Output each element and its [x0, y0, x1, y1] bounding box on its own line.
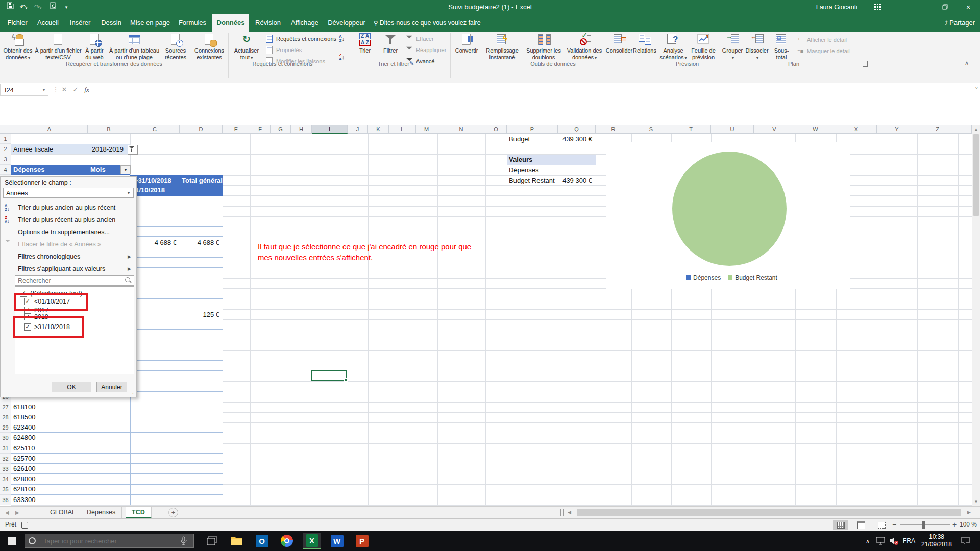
sheet-nav-left-icon[interactable]: ◀ [5, 507, 9, 518]
recent-sources-button[interactable]: Sources récentes [162, 33, 189, 61]
forecast-sheet-button[interactable]: Feuille de prévision [689, 33, 718, 61]
tab-affichage[interactable]: Affichage [287, 14, 323, 32]
remove-duplicates-button[interactable]: → Supprimer les doublons [524, 33, 564, 61]
cell-D18[interactable]: 125 € [180, 311, 219, 318]
row-header-28[interactable]: 28 [0, 412, 11, 422]
tray-chevron-icon[interactable]: ∧ [862, 531, 874, 551]
row-header-35[interactable]: 35 [0, 484, 11, 494]
data-validation-button[interactable]: ✓ Validation des données▾ [565, 33, 604, 61]
enter-entry-icon[interactable]: ✓ [70, 85, 81, 95]
name-box-dropdown-icon[interactable]: ▾ [43, 84, 45, 96]
fiscal-year-filter-button[interactable] [128, 145, 138, 155]
filter-button[interactable]: Filtrer [379, 33, 402, 54]
powerpoint-icon[interactable]: P [353, 533, 371, 549]
expand-formula-bar-icon[interactable]: ˅ [975, 86, 978, 91]
cell-A32[interactable]: 625700 [13, 455, 35, 462]
row-header-1[interactable]: 1 [0, 134, 11, 144]
sheet-tab-tcd[interactable]: TCD [126, 507, 152, 518]
outlook-icon[interactable]: O [253, 533, 271, 549]
tab-donnees[interactable]: Données [212, 14, 249, 32]
cell-B2[interactable]: 2018-2019 [66, 145, 124, 153]
zoom-level[interactable]: 100 % [960, 521, 977, 528]
column-header-D[interactable]: D [180, 125, 223, 134]
task-view-icon[interactable] [203, 533, 220, 549]
queries-connections-button[interactable]: Requêtes et connexions [265, 34, 336, 44]
cell-Q5[interactable]: 439 300 € [558, 177, 592, 184]
cell-P3[interactable]: Valeurs [509, 156, 532, 163]
cell-A35[interactable]: 628100 [13, 485, 35, 493]
row-header-30[interactable]: 30 [0, 433, 11, 443]
insert-function-icon[interactable]: fx [82, 85, 92, 95]
column-header-extra[interactable] [958, 125, 972, 134]
restore-button[interactable] [933, 0, 957, 14]
get-data-button[interactable]: ϟ Obtenir des données▾ [2, 33, 34, 61]
volume-muted-icon[interactable] [887, 531, 900, 551]
column-header-E[interactable]: E [223, 125, 250, 134]
menu-value-filters[interactable]: Filtres s'appliquant aux valeurs ▶ [1, 263, 136, 274]
cell-A28[interactable]: 618500 [13, 413, 35, 421]
tab-inserer[interactable]: Insérer [65, 14, 95, 32]
relationships-button[interactable]: Relations [633, 33, 656, 54]
column-header-M[interactable]: M [416, 125, 437, 134]
tab-dessin[interactable]: Dessin [97, 14, 126, 32]
group-button[interactable]: → Grouper▾ [721, 33, 744, 61]
cell-A30[interactable]: 624800 [13, 434, 35, 441]
row-header-27[interactable]: 27 [0, 402, 11, 412]
subtotal-button[interactable]: ⊞ Sous-total [770, 33, 793, 61]
flash-fill-button[interactable]: ϟ Remplissage instantané [482, 33, 523, 61]
taskbar-search-input[interactable] [24, 534, 194, 548]
combo-dropdown-icon[interactable]: ▾ [124, 188, 133, 197]
cell-P4[interactable]: Dépenses [509, 166, 539, 174]
tab-revision[interactable]: Révision [251, 14, 285, 32]
action-center-icon[interactable] [958, 531, 973, 551]
sheet-tab-depenses[interactable]: Dépenses [81, 507, 122, 518]
network-icon[interactable] [874, 531, 887, 551]
cancel-entry-icon[interactable]: ✕ [59, 85, 69, 95]
cancel-button[interactable]: Annuler [96, 382, 127, 392]
column-header-Y[interactable]: Y [877, 125, 917, 134]
zoom-slider-track[interactable] [900, 524, 950, 525]
menu-sort-descending[interactable]: ZA↓ Trier du plus récent au plus ancien [1, 214, 136, 226]
column-header-U[interactable]: U [711, 125, 754, 134]
sheet-nav-right-icon[interactable]: ▶ [15, 507, 19, 518]
cell-A27[interactable]: 618100 [13, 403, 35, 411]
menu-date-filters[interactable]: Filtres chronologiques ▶ [1, 251, 136, 262]
from-table-range-button[interactable]: À partir d'un tableau ou d'une plage [107, 33, 161, 61]
add-sheet-button[interactable]: + [168, 508, 178, 517]
minimize-button[interactable]: – [910, 0, 933, 14]
row-header-33[interactable]: 33 [0, 464, 11, 474]
collapse-ribbon-icon[interactable]: ∧ [965, 60, 969, 66]
from-web-button[interactable]: À partir du web [83, 33, 106, 61]
cell-A2[interactable]: Année fiscale [13, 145, 53, 153]
share-button[interactable]: ⤴ Partager [929, 14, 975, 32]
ok-button[interactable]: OK [52, 382, 91, 392]
name-box[interactable]: I24 ▾ [0, 84, 48, 96]
menu-more-sort-options[interactable]: Options de tri supplémentaires... [1, 227, 136, 238]
column-header-A[interactable]: A [11, 125, 88, 134]
scroll-down-icon[interactable]: ▼ [972, 499, 980, 504]
sort-button[interactable]: Z A A Z Trier [353, 33, 377, 54]
column-header-C[interactable]: C [130, 125, 180, 134]
filter-search-input[interactable] [15, 275, 134, 286]
close-button[interactable]: × [957, 0, 980, 14]
tab-accueil[interactable]: Accueil [33, 14, 63, 32]
pivot-col-field[interactable]: Mois [90, 166, 106, 173]
language-indicator[interactable]: FRA [900, 531, 918, 551]
pivot-header-col1[interactable]: >31/10/2018 [134, 177, 172, 184]
column-header-N[interactable]: N [437, 125, 485, 134]
column-header-O[interactable]: O [485, 125, 507, 134]
column-header-I[interactable]: I [312, 125, 348, 134]
cell-C11[interactable]: 4 688 € [130, 239, 177, 246]
vertical-scrollbar[interactable]: ▲ ▼ [972, 125, 980, 506]
column-header-J[interactable]: J [348, 125, 368, 134]
existing-connections-button[interactable]: Connexions existantes [192, 33, 227, 61]
column-header-G[interactable]: G [271, 125, 291, 134]
tab-mise-en-page[interactable]: Mise en page [128, 14, 173, 32]
tab-splitter[interactable] [560, 509, 564, 516]
cell-P1[interactable]: Budget [509, 135, 530, 143]
column-header-W[interactable]: W [795, 125, 836, 134]
pivot-row-field[interactable]: Dépenses [13, 166, 44, 173]
tab-formules[interactable]: Formules [175, 14, 210, 32]
menu-sort-ascending[interactable]: AZ↓ Trier du plus ancien au plus récent [1, 202, 136, 213]
cell-A34[interactable]: 628000 [13, 475, 35, 483]
